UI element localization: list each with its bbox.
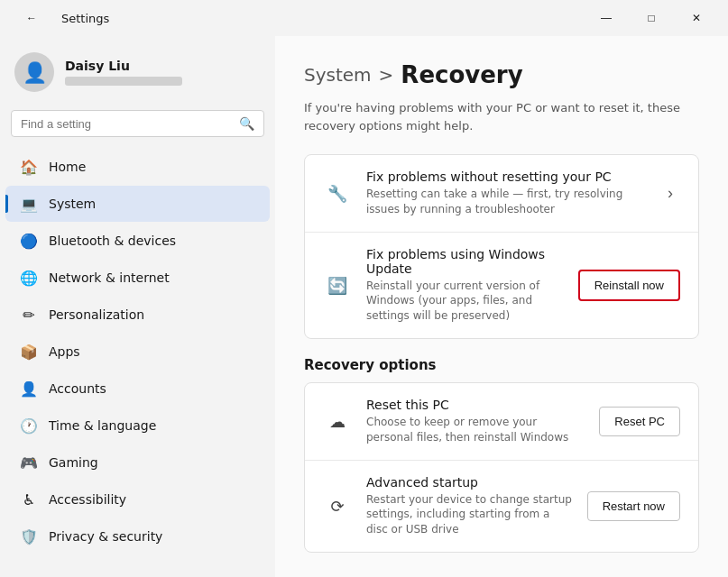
nav-list: 🏠 Home 💻 System 🔵 Bluetooth & devices 🌐 … [0, 148, 275, 555]
bluetooth-icon: 🔵 [20, 232, 38, 250]
user-info: Daisy Liu [65, 59, 182, 86]
recovery-text-advanced-startup: Advanced startup Restart your device to … [366, 475, 573, 537]
personalization-icon: ✏️ [20, 306, 38, 324]
search-box[interactable]: 🔍 [11, 110, 264, 137]
gaming-icon: 🎮 [20, 453, 38, 472]
title-bar-left: ← Settings [11, 4, 109, 32]
search-icon: 🔍 [239, 116, 254, 131]
title-bar: ← Settings — □ ✕ [0, 0, 728, 36]
breadcrumb-current: Recovery [401, 61, 522, 88]
time-icon: 🕐 [20, 417, 38, 435]
sidebar-item-bluetooth[interactable]: 🔵 Bluetooth & devices [5, 223, 270, 259]
advanced-startup-button[interactable]: Restart now [587, 491, 680, 521]
user-email [65, 77, 182, 86]
card-action-fix-problems: › [660, 180, 680, 206]
recovery-action-advanced-startup: Restart now [587, 491, 680, 521]
card-desc-windows-update: Reinstall your current version of Window… [366, 279, 564, 324]
card-action-windows-update: Reinstall now [578, 270, 680, 301]
recovery-desc-advanced-startup: Restart your device to change startup se… [366, 492, 573, 537]
sidebar-item-gaming[interactable]: 🎮 Gaming [5, 444, 270, 481]
sidebar-item-label-time: Time & language [49, 418, 156, 433]
cards-container: 🔧 Fix problems without resetting your PC… [304, 154, 699, 339]
close-button[interactable]: ✕ [676, 4, 717, 32]
card-row-fix-problems: 🔧 Fix problems without resetting your PC… [305, 155, 698, 232]
page-subtitle: If you're having problems with your PC o… [304, 99, 699, 134]
recovery-text-reset-pc: Reset this PC Choose to keep or remove y… [366, 398, 585, 445]
recovery-icon-reset-pc: ☁️ [323, 407, 352, 435]
breadcrumb-arrow: > [379, 64, 394, 86]
avatar: 👤 [14, 52, 54, 92]
sidebar-item-label-bluetooth: Bluetooth & devices [49, 234, 176, 248]
card-title-fix-problems: Fix problems without resetting your PC [366, 169, 646, 184]
card-title-windows-update: Fix problems using WindowsUpdate [366, 247, 564, 276]
recovery-items: ☁️ Reset this PC Choose to keep or remov… [305, 383, 698, 552]
sidebar-item-label-system: System [49, 197, 96, 211]
recovery-section-title: Recovery options [304, 357, 699, 373]
sidebar-item-network[interactable]: 🌐 Network & internet [5, 260, 270, 296]
chevron-button-fix-problems[interactable]: › [660, 180, 680, 206]
reset-pc-button[interactable]: Reset PC [599, 407, 680, 436]
sidebar-item-label-personalization: Personalization [49, 307, 144, 322]
sidebar-item-label-network: Network & internet [49, 270, 170, 285]
accessibility-icon: ♿ [20, 490, 38, 508]
window-controls: — □ ✕ [585, 4, 717, 32]
app-title: Settings [61, 12, 109, 25]
user-name: Daisy Liu [65, 59, 182, 73]
sidebar-item-time[interactable]: 🕐 Time & language [5, 408, 270, 444]
sidebar-item-label-gaming: Gaming [49, 455, 98, 470]
back-button[interactable]: ← [11, 4, 52, 32]
sidebar-item-label-apps: Apps [49, 344, 80, 359]
recovery-desc-reset-pc: Choose to keep or remove your personal f… [366, 415, 585, 445]
system-icon: 💻 [20, 195, 38, 213]
sidebar-item-accounts[interactable]: 👤 Accounts [5, 371, 270, 407]
breadcrumb: System > Recovery [304, 61, 699, 88]
sidebar-item-label-home: Home [49, 160, 86, 174]
main-content: System > Recovery If you're having probl… [275, 36, 728, 577]
minimize-button[interactable]: — [585, 4, 627, 32]
card-text-fix-problems: Fix problems without resetting your PC R… [366, 169, 646, 217]
sidebar-item-label-privacy: Privacy & security [49, 529, 162, 544]
recovery-title-reset-pc: Reset this PC [366, 398, 585, 412]
recovery-row-reset-pc: ☁️ Reset this PC Choose to keep or remov… [305, 383, 698, 460]
sidebar-item-label-accounts: Accounts [49, 381, 106, 396]
search-input[interactable] [21, 117, 232, 131]
recovery-options-card: ☁️ Reset this PC Choose to keep or remov… [304, 382, 699, 553]
sidebar-item-accessibility[interactable]: ♿ Accessibility [5, 481, 270, 517]
sidebar-item-home[interactable]: 🏠 Home [5, 149, 270, 185]
card-text-windows-update: Fix problems using WindowsUpdate Reinsta… [366, 247, 564, 324]
main-cards: 🔧 Fix problems without resetting your PC… [304, 154, 699, 339]
privacy-icon: 🛡️ [20, 527, 38, 545]
recovery-title-advanced-startup: Advanced startup [366, 475, 573, 490]
sidebar-item-privacy[interactable]: 🛡️ Privacy & security [5, 518, 270, 554]
home-icon: 🏠 [20, 158, 38, 176]
sidebar-item-label-accessibility: Accessibility [49, 492, 126, 507]
apps-icon: 📦 [20, 343, 38, 361]
app-body: 👤 Daisy Liu 🔍 🏠 Home 💻 System 🔵 Bluetoot… [0, 36, 728, 577]
sidebar-item-apps[interactable]: 📦 Apps [5, 334, 270, 370]
recovery-icon-advanced-startup: ⟳ [323, 491, 352, 520]
network-icon: 🌐 [20, 269, 38, 287]
sidebar: 👤 Daisy Liu 🔍 🏠 Home 💻 System 🔵 Bluetoot… [0, 36, 275, 577]
reinstall-button[interactable]: Reinstall now [578, 270, 680, 301]
card-icon-windows-update: 🔄 [323, 270, 352, 299]
accounts-icon: 👤 [20, 380, 38, 398]
recovery-action-reset-pc: Reset PC [599, 407, 680, 436]
sidebar-item-personalization[interactable]: ✏️ Personalization [5, 297, 270, 333]
breadcrumb-parent: System [304, 64, 372, 86]
card-icon-fix-problems: 🔧 [323, 179, 352, 207]
maximize-button[interactable]: □ [631, 4, 672, 32]
user-section: 👤 Daisy Liu [0, 43, 275, 106]
card-row-windows-update: 🔄 Fix problems using WindowsUpdate Reins… [305, 233, 698, 338]
sidebar-item-system[interactable]: 💻 System [5, 186, 270, 222]
card-desc-fix-problems: Resetting can take a while — first, try … [366, 187, 646, 217]
avatar-icon: 👤 [23, 61, 47, 84]
recovery-row-advanced-startup: ⟳ Advanced startup Restart your device t… [305, 461, 698, 552]
